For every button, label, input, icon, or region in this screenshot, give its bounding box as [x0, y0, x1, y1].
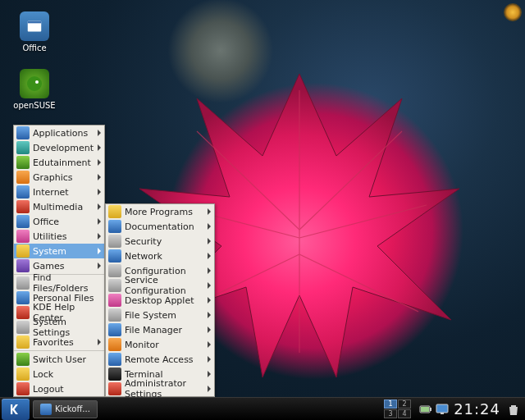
menu-item-icon [108, 338, 121, 351]
menu-item-icon [16, 200, 30, 213]
menu-item-icon [16, 215, 30, 228]
trash-icon[interactable] [507, 403, 520, 416]
appmenu-item-edutainment[interactable]: Edutainment [14, 155, 104, 170]
sysmenu-item-more-programs[interactable]: More Programs [106, 204, 214, 219]
menu-item-label: File System [125, 310, 176, 321]
menu-item-label: Games [33, 261, 64, 272]
svg-rect-8 [28, 21, 42, 24]
svg-rect-13 [421, 407, 429, 412]
desktop-icon-label: Office [11, 43, 57, 52]
sysmenu-item-monitor[interactable]: Monitor [106, 337, 214, 352]
menu-item-icon [108, 323, 121, 336]
submenu-arrow-icon [98, 130, 101, 136]
svg-rect-14 [436, 404, 448, 413]
sysmenu-item-file-manager[interactable]: File Manager [106, 322, 214, 337]
menu-item-label: Desktop Applet [125, 295, 194, 306]
system-tray [419, 404, 449, 415]
menu-item-icon [16, 156, 30, 169]
appmenu-item-system-settings[interactable]: System Settings [14, 320, 104, 335]
appmenu-item-find-files-folders[interactable]: Find Files/Folders [14, 276, 104, 290]
pager-desktop-3[interactable]: 3 [384, 409, 397, 418]
menu-item-label: Network [125, 251, 162, 262]
menu-item-icon [16, 259, 30, 272]
menu-item-label: Internet [33, 187, 69, 198]
appmenu-item-multimedia[interactable]: Multimedia [14, 199, 104, 214]
desktop-pager: 1234 [384, 399, 411, 418]
battery-icon[interactable] [419, 404, 432, 415]
desktop-icon-opensuse[interactable]: openSUSE [11, 69, 57, 110]
office-icon [20, 11, 49, 41]
system-submenu: More ProgramsDocumentationSecurityNetwor… [105, 203, 215, 397]
svg-rect-12 [430, 408, 431, 411]
desktop-icon-label: openSUSE [11, 101, 57, 110]
sysmenu-item-service-configuration[interactable]: Service Configuration [106, 278, 214, 293]
menu-item-icon [16, 126, 30, 139]
sysmenu-item-documentation[interactable]: Documentation [106, 219, 214, 234]
pager-desktop-4[interactable]: 4 [398, 409, 411, 418]
sysmenu-item-desktop-applet[interactable]: Desktop Applet [106, 293, 214, 308]
menu-item-icon [16, 141, 30, 154]
menu-item-icon [108, 382, 121, 395]
sysmenu-item-network[interactable]: Network [106, 249, 214, 263]
task-icon [40, 404, 52, 415]
menu-item-icon [16, 185, 30, 199]
pager-desktop-1[interactable]: 1 [384, 399, 397, 409]
menu-item-icon [108, 249, 121, 262]
menu-item-icon [16, 171, 30, 184]
menu-item-icon [16, 353, 30, 366]
submenu-arrow-icon [98, 262, 101, 269]
appmenu-item-lock[interactable]: Lock [14, 367, 104, 381]
appmenu-item-internet[interactable]: Internet [14, 185, 104, 199]
appmenu-item-logout[interactable]: Logout [14, 381, 104, 396]
taskbar-entry-kickoff[interactable]: Kickoff... [33, 400, 98, 418]
appmenu-item-applications[interactable]: Applications [14, 126, 104, 140]
submenu-arrow-icon [208, 267, 211, 274]
desktop-icon-office[interactable]: Office [11, 11, 57, 52]
submenu-arrow-icon [208, 312, 211, 318]
menu-item-icon [16, 336, 30, 349]
submenu-arrow-icon [208, 238, 211, 244]
submenu-arrow-icon [98, 218, 101, 225]
menu-item-icon [108, 279, 121, 292]
submenu-arrow-icon [98, 189, 101, 195]
menu-item-icon [108, 308, 121, 322]
taskbar-clock[interactable]: 21:24 [454, 400, 500, 418]
menu-item-label: Utilities [33, 231, 66, 242]
appmenu-item-favorites[interactable]: Favorites [14, 335, 104, 349]
menu-item-label: Applications [33, 128, 88, 139]
submenu-arrow-icon [98, 248, 101, 254]
menu-item-icon [16, 230, 30, 243]
menu-item-icon [16, 321, 30, 334]
appmenu-item-system[interactable]: System [14, 244, 104, 258]
opensuse-icon [20, 69, 49, 98]
pager-desktop-2[interactable]: 2 [398, 399, 411, 409]
appmenu-item-office[interactable]: Office [14, 214, 104, 229]
appmenu-item-games[interactable]: Games [14, 258, 104, 273]
submenu-arrow-icon [208, 223, 211, 230]
submenu-arrow-icon [208, 341, 211, 348]
submenu-arrow-icon [98, 159, 101, 166]
submenu-arrow-icon [98, 174, 101, 180]
task-label: Kickoff... [55, 404, 90, 413]
sysmenu-item-administrator-settings[interactable]: Administrator Settings [106, 381, 214, 396]
submenu-arrow-icon [208, 326, 211, 333]
menu-item-icon [16, 306, 30, 319]
appmenu-item-utilities[interactable]: Utilities [14, 229, 104, 244]
plasma-cashew-icon[interactable] [504, 3, 522, 21]
sysmenu-item-security[interactable]: Security [106, 234, 214, 249]
menu-item-label: System [33, 246, 66, 257]
svg-point-10 [35, 80, 39, 84]
sysmenu-item-remote-access[interactable]: Remote Access [106, 352, 214, 367]
display-icon[interactable] [436, 404, 449, 415]
menu-item-label: Graphics [33, 172, 73, 183]
menu-item-label: Multimedia [33, 202, 83, 212]
appmenu-item-graphics[interactable]: Graphics [14, 170, 104, 185]
menu-item-label: Edutainment [33, 158, 91, 168]
sysmenu-item-file-system[interactable]: File System [106, 308, 214, 322]
appmenu-item-switch-user[interactable]: Switch User [14, 352, 104, 367]
appmenu-item-development[interactable]: Development [14, 140, 104, 155]
menu-item-icon [16, 276, 30, 290]
application-menu: ApplicationsDevelopmentEdutainmentGraphi… [13, 125, 105, 397]
kickoff-launcher-button[interactable] [2, 399, 30, 420]
menu-item-label: Monitor [125, 340, 159, 350]
